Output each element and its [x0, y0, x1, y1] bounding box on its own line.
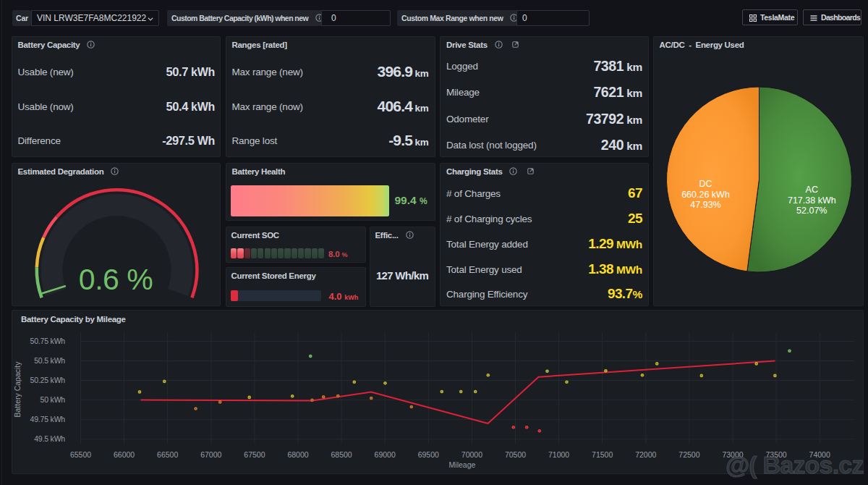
svg-text:49.75 kWh: 49.75 kWh	[30, 415, 65, 423]
svg-text:68000: 68000	[287, 450, 308, 459]
svg-text:65500: 65500	[69, 450, 90, 459]
svg-text:Battery Capacity: Battery Capacity	[13, 361, 22, 418]
svg-text:717.38 kWh: 717.38 kWh	[787, 195, 835, 206]
svg-text:47.93%: 47.93%	[690, 200, 720, 210]
svg-text:71500: 71500	[592, 450, 613, 459]
svg-text:67000: 67000	[200, 450, 221, 459]
svg-text:AC: AC	[805, 185, 817, 195]
svg-text:71000: 71000	[548, 450, 569, 459]
svg-text:50.75 kWh: 50.75 kWh	[30, 337, 65, 345]
svg-text:52.07%: 52.07%	[796, 206, 827, 216]
svg-text:69000: 69000	[374, 450, 395, 459]
svg-text:69500: 69500	[417, 450, 438, 459]
svg-text:66000: 66000	[113, 450, 134, 459]
svg-text:70500: 70500	[504, 450, 525, 459]
svg-text:50 kWh: 50 kWh	[40, 395, 65, 404]
svg-text:0.6 %: 0.6 %	[78, 263, 152, 296]
svg-text:70000: 70000	[461, 450, 482, 459]
svg-text:49.5 kWh: 49.5 kWh	[34, 434, 65, 443]
svg-text:50.25 kWh: 50.25 kWh	[30, 376, 65, 384]
svg-text:68500: 68500	[331, 450, 352, 459]
svg-text:66500: 66500	[157, 450, 178, 459]
svg-text:67500: 67500	[244, 450, 265, 459]
svg-text:DC: DC	[699, 179, 712, 189]
svg-text:660.26 kWh: 660.26 kWh	[681, 190, 730, 200]
svg-text:72500: 72500	[678, 450, 699, 459]
svg-text:Mileage: Mileage	[448, 460, 475, 469]
svg-text:72000: 72000	[635, 450, 656, 459]
svg-text:50.5 kWh: 50.5 kWh	[34, 356, 65, 365]
